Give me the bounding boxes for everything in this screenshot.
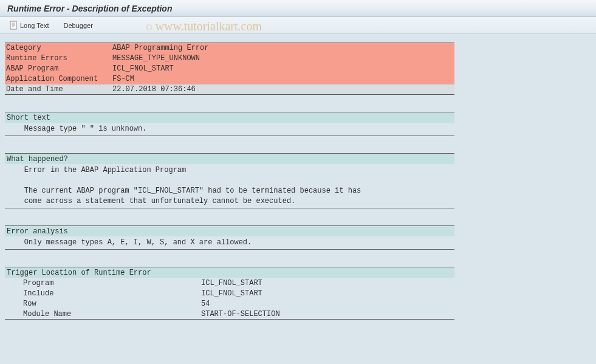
info-value: ICL_FNOL_START	[111, 64, 454, 74]
what-happened-section: What happened? Error in the ABAP Applica…	[5, 153, 454, 208]
trigger-label: Module Name	[5, 309, 199, 319]
table-row: ABAP ProgramICL_FNOL_START	[5, 64, 454, 74]
title-bar: Runtime Error - Description of Exception	[0, 0, 596, 17]
section-header: Short text	[5, 112, 454, 123]
table-row: Date and Time22.07.2018 07:36:46	[5, 84, 454, 95]
section-header: What happened?	[5, 154, 454, 164]
info-value: FS-CM	[111, 74, 454, 84]
section-body: Message type " " is unknown.	[5, 123, 454, 136]
trigger-value: ICL_FNOL_START	[199, 278, 454, 288]
table-row: IncludeICL_FNOL_START	[5, 288, 454, 298]
long-text-label: Long Text	[20, 22, 49, 29]
table-row: CategoryABAP Programming Error	[5, 43, 454, 53]
section-body: Error in the ABAP Application Program Th…	[5, 164, 454, 208]
svg-rect-0	[10, 21, 16, 29]
content-area: CategoryABAP Programming ErrorRuntime Er…	[0, 34, 596, 325]
trigger-label: Program	[5, 278, 199, 288]
table-row: Application ComponentFS-CM	[5, 74, 454, 84]
trigger-label: Row	[5, 298, 199, 309]
trigger-label: Include	[5, 288, 199, 298]
table-row: ProgramICL_FNOL_START	[5, 278, 454, 288]
section-body: Only message types A, E, I, W, S, and X …	[5, 236, 454, 249]
document-icon	[10, 21, 18, 30]
short-text-section: Short text Message type " " is unknown.	[5, 112, 454, 136]
trigger-value: ICL_FNOL_START	[199, 288, 454, 298]
info-value: 22.07.2018 07:36:46	[111, 84, 454, 95]
section-header: Trigger Location of Runtime Error	[5, 267, 454, 278]
toolbar: Long Text Debugger	[0, 17, 596, 34]
trigger-value: 54	[199, 298, 454, 309]
info-label: ABAP Program	[5, 64, 111, 74]
debugger-button[interactable]: Debugger	[61, 21, 95, 30]
info-label: Application Component	[5, 74, 111, 84]
table-row: Runtime ErrorsMESSAGE_TYPE_UNKNOWN	[5, 53, 454, 64]
info-value: MESSAGE_TYPE_UNKNOWN	[111, 53, 454, 64]
table-row: Module NameSTART-OF-SELECTION	[5, 309, 454, 319]
trigger-location-section: Trigger Location of Runtime Error Progra…	[5, 267, 454, 320]
section-header: Error analysis	[5, 226, 454, 236]
long-text-button[interactable]: Long Text	[7, 19, 52, 31]
table-row: Row54	[5, 298, 454, 309]
info-value: ABAP Programming Error	[111, 43, 454, 53]
page-title: Runtime Error - Description of Exception	[7, 4, 172, 13]
info-label: Runtime Errors	[5, 53, 111, 64]
info-label: Category	[5, 43, 111, 53]
error-info-table: CategoryABAP Programming ErrorRuntime Er…	[5, 43, 454, 95]
trigger-value: START-OF-SELECTION	[199, 309, 454, 319]
debugger-label: Debugger	[64, 22, 93, 29]
error-analysis-section: Error analysis Only message types A, E, …	[5, 225, 454, 250]
info-label: Date and Time	[5, 84, 111, 95]
trigger-table: ProgramICL_FNOL_STARTIncludeICL_FNOL_STA…	[5, 278, 454, 319]
